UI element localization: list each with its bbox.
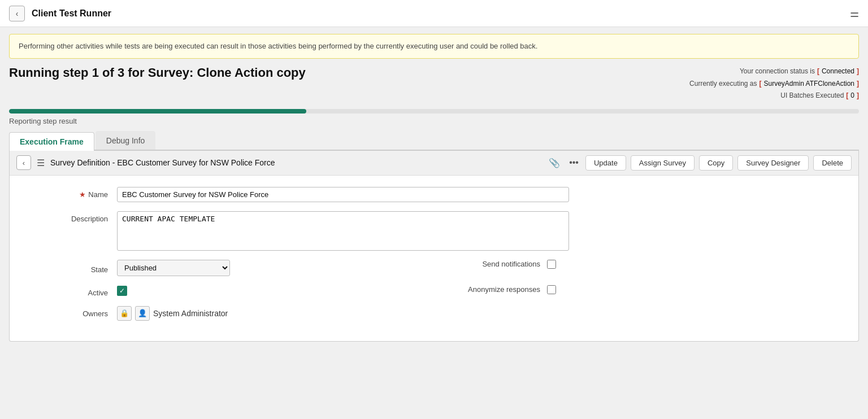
active-label: Active	[27, 285, 117, 297]
update-button[interactable]: Update	[585, 155, 626, 171]
batches-value: 0	[850, 90, 854, 102]
description-textarea[interactable]: CURRENT APAC TEMPLATE	[117, 211, 569, 251]
attach-icon-button[interactable]: 📎	[546, 155, 562, 171]
state-row: State Published Send notifications	[27, 260, 841, 276]
frame-header-actions: 📎 ••• Update Assign Survey Copy Survey D…	[546, 155, 852, 171]
settings-icon[interactable]: ⚌	[850, 7, 859, 20]
connection-value: Connected	[822, 66, 854, 78]
frame-back-button[interactable]: ‹	[16, 155, 31, 170]
executing-label: Currently executing as	[689, 78, 757, 90]
anonymize-checkbox[interactable]	[547, 285, 556, 294]
tab-debug-info[interactable]: Debug Info	[96, 131, 156, 150]
name-row: ★Name	[27, 187, 841, 202]
progress-container	[9, 109, 859, 114]
warning-banner: Performing other activities while tests …	[9, 34, 859, 59]
tab-execution-frame[interactable]: Execution Frame	[9, 132, 94, 151]
top-back-button[interactable]: ‹	[9, 6, 25, 21]
page-title: Running step 1 of 3 for Survey: Clone Ac…	[9, 66, 306, 80]
form-area: ★Name Description CURRENT APAC TEMPLATE …	[10, 176, 858, 341]
lock-icon-button[interactable]: 🔒	[117, 306, 132, 321]
state-label: State	[27, 262, 117, 274]
state-col: State Published	[27, 260, 434, 276]
frame-header-left: ‹ ☰ Survey Definition - EBC Customer Sur…	[16, 155, 275, 170]
send-notifications-col: Send notifications	[434, 260, 841, 269]
owners-value: System Administrator	[153, 309, 228, 318]
executing-status-row: Currently executing as [ SurveyAdmin ATF…	[689, 78, 859, 90]
batches-status-row: UI Batches Executed [ 0 ]	[689, 90, 859, 102]
connection-label: Your connection status is	[740, 66, 815, 78]
frame-title: Survey Definition - EBC Customer Survey …	[50, 158, 275, 167]
anonymize-col: Anonymize responses	[434, 285, 841, 294]
delete-button[interactable]: Delete	[813, 155, 852, 171]
batches-label: UI Batches Executed	[780, 90, 844, 102]
connection-status-row: Your connection status is [ Connected ]	[689, 66, 859, 78]
more-options-button[interactable]: •••	[567, 155, 581, 170]
reporting-label: Reporting step result	[9, 117, 859, 125]
frame-header: ‹ ☰ Survey Definition - EBC Customer Sur…	[10, 151, 858, 176]
connection-close-bracket: ]	[857, 66, 859, 78]
owners-label: Owners	[27, 306, 117, 318]
active-col: Active ✓	[27, 285, 434, 297]
frame-container: ‹ ☰ Survey Definition - EBC Customer Sur…	[9, 151, 859, 342]
batches-close-bracket: ]	[857, 90, 859, 102]
tabs-container: Execution Frame Debug Info	[9, 131, 859, 151]
form-body: ★Name Description CURRENT APAC TEMPLATE …	[10, 176, 858, 341]
hamburger-icon[interactable]: ☰	[37, 158, 45, 168]
anonymize-label: Anonymize responses	[434, 285, 547, 294]
person-icon-button[interactable]: 👤	[135, 306, 150, 321]
description-row: Description CURRENT APAC TEMPLATE	[27, 211, 841, 251]
executing-value: SurveyAdmin ATFCloneAction	[763, 78, 854, 90]
state-select[interactable]: Published	[117, 260, 230, 276]
copy-button[interactable]: Copy	[699, 155, 733, 171]
app-title: Client Test Runner	[32, 8, 111, 19]
header-row: Running step 1 of 3 for Survey: Clone Ac…	[9, 66, 859, 102]
top-bar: ‹ Client Test Runner ⚌	[0, 0, 868, 27]
name-input[interactable]	[117, 187, 569, 202]
main-content: Running step 1 of 3 for Survey: Clone Ac…	[0, 66, 868, 351]
top-bar-left: ‹ Client Test Runner	[9, 6, 111, 21]
description-label: Description	[27, 211, 117, 223]
status-panel: Your connection status is [ Connected ] …	[689, 66, 859, 102]
survey-designer-button[interactable]: Survey Designer	[737, 155, 809, 171]
warning-text: Performing other activities while tests …	[19, 42, 537, 50]
name-label: ★Name	[27, 187, 117, 199]
executing-close-bracket: ]	[857, 78, 859, 90]
owners-field: 🔒 👤 System Administrator	[117, 306, 228, 321]
assign-survey-button[interactable]: Assign Survey	[631, 155, 695, 171]
active-checkbox[interactable]: ✓	[117, 286, 127, 296]
progress-bar	[9, 109, 306, 114]
connection-open-bracket: [	[817, 66, 819, 78]
owners-row: Owners 🔒 👤 System Administrator	[27, 306, 841, 321]
active-row: Active ✓ Anonymize responses	[27, 285, 841, 297]
required-star: ★	[79, 190, 86, 199]
batches-open-bracket: [	[846, 90, 848, 102]
executing-open-bracket: [	[759, 78, 761, 90]
send-notifications-label: Send notifications	[434, 260, 547, 268]
send-notifications-checkbox[interactable]	[547, 260, 556, 269]
